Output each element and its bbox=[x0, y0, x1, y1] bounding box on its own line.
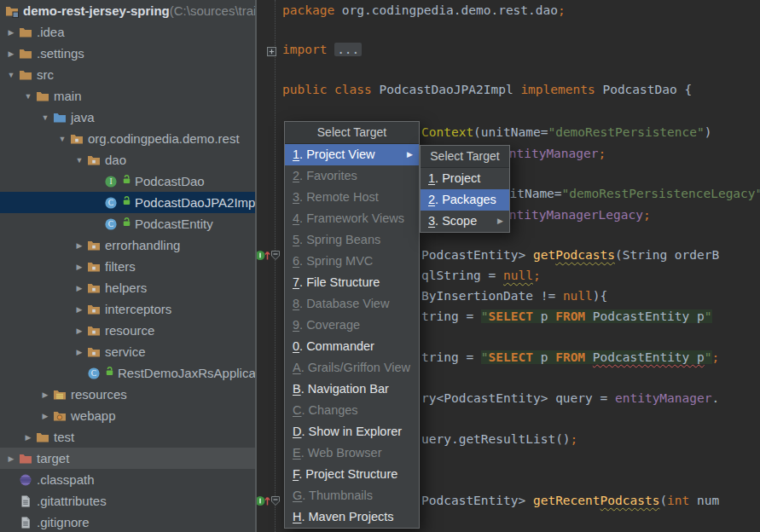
tree-item-label: interceptors bbox=[105, 302, 171, 316]
collapse-arrow-icon[interactable]: ▼ bbox=[55, 135, 70, 143]
tree-item-podcastdaojpa2impl[interactable]: CPodcastDaoJPA2Impl bbox=[0, 192, 255, 213]
menu-item-thumbnails: G. Thumbnails bbox=[285, 485, 419, 506]
tree-item-main[interactable]: ▼main bbox=[0, 85, 255, 107]
tree-item-test[interactable]: ▶test bbox=[0, 426, 255, 448]
tree-item-resources[interactable]: ▶resources bbox=[0, 384, 255, 405]
menu-item-commander[interactable]: 0. Commander bbox=[285, 336, 419, 357]
menu-item-grails-griffon-view: A. Grails/Griffon View bbox=[285, 357, 419, 379]
expand-arrow-icon[interactable]: ▶ bbox=[72, 348, 87, 356]
public-lock-icon bbox=[123, 172, 131, 187]
fold-collapse-icon[interactable] bbox=[270, 249, 281, 264]
tree-item-helpers[interactable]: ▶helpers bbox=[0, 277, 255, 298]
code-line: ByInsertionDate != null){ bbox=[421, 286, 607, 306]
folder-icon bbox=[19, 47, 32, 61]
code-line: unitName="demoRestPersistenceLegacy") bbox=[495, 183, 760, 204]
package-icon bbox=[87, 260, 101, 274]
tree-item-label: .gitignore bbox=[37, 515, 90, 529]
expand-arrow-icon[interactable]: ▶ bbox=[72, 263, 87, 271]
code-token: ; bbox=[712, 350, 720, 364]
menu-item-favorites: 2. Favorites bbox=[285, 165, 419, 187]
fold-collapse-icon[interactable] bbox=[270, 494, 281, 510]
implements-method-marker-icon[interactable] bbox=[257, 494, 271, 510]
tree-item-label: resources bbox=[71, 387, 127, 402]
menu-item-scope[interactable]: 3. Scope▶ bbox=[421, 211, 509, 232]
tree-item-webapp[interactable]: ▶webapp bbox=[0, 405, 255, 426]
package-icon bbox=[70, 132, 84, 146]
tree-item-errorhandling[interactable]: ▶errorhandling bbox=[0, 234, 255, 256]
menu-item-project[interactable]: 1. Project bbox=[421, 168, 509, 189]
tree-item-label: .settings bbox=[37, 46, 84, 61]
tree-item-java[interactable]: ▼java bbox=[0, 107, 255, 128]
code-token: ; bbox=[571, 432, 578, 446]
menu-item-remote-host: 3. Remote Host bbox=[285, 187, 419, 208]
package-icon bbox=[87, 303, 101, 316]
tree-item-dao[interactable]: ▼dao bbox=[0, 149, 255, 171]
fold-expand-icon[interactable] bbox=[267, 44, 276, 60]
tree-item-org-codingpedia-demo-rest[interactable]: ▼org.codingpedia.demo.rest bbox=[0, 128, 255, 149]
collapse-arrow-icon[interactable]: ▼ bbox=[38, 113, 53, 122]
package-icon bbox=[87, 239, 101, 252]
package-icon bbox=[87, 153, 101, 167]
expand-arrow-icon[interactable]: ▶ bbox=[38, 412, 53, 420]
code-token: null bbox=[563, 289, 593, 303]
code-token: null bbox=[503, 269, 533, 282]
expand-arrow-icon[interactable]: ▶ bbox=[3, 28, 19, 37]
package-icon bbox=[87, 345, 101, 359]
menu-item-show-in-explorer[interactable]: D. Show in Explorer bbox=[285, 421, 419, 442]
tree-item-resource[interactable]: ▶resource bbox=[0, 320, 255, 341]
code-token: ( bbox=[659, 494, 667, 507]
file-icon bbox=[19, 516, 32, 529]
menu-item-label: 1. Project View bbox=[293, 144, 374, 165]
code-token: SELECT bbox=[489, 350, 533, 364]
tree-item-classpath[interactable]: .classpath bbox=[0, 469, 255, 490]
tree-item-label: PodcastDaoJPA2Impl bbox=[135, 195, 255, 210]
tree-item-label: dao bbox=[105, 153, 126, 167]
public-lock-icon bbox=[123, 215, 131, 229]
expand-arrow-icon[interactable]: ▶ bbox=[72, 327, 87, 335]
submenu-title: Select Target bbox=[421, 146, 509, 168]
code-token bbox=[585, 350, 593, 364]
code-line: entityManager; bbox=[502, 143, 606, 164]
expand-arrow-icon[interactable]: ▶ bbox=[3, 49, 19, 58]
expand-arrow-icon[interactable]: ▶ bbox=[3, 454, 19, 463]
tree-item-gitattributes[interactable]: .gitattributes bbox=[0, 490, 255, 512]
tree-item-target[interactable]: ▶target bbox=[0, 448, 255, 469]
collapse-arrow-icon[interactable]: ▼ bbox=[3, 71, 19, 79]
menu-item-maven-projects[interactable]: H. Maven Projects bbox=[285, 506, 419, 528]
collapse-arrow-icon[interactable]: ▼ bbox=[72, 156, 87, 165]
folder-icon bbox=[19, 26, 32, 39]
expand-arrow-icon[interactable]: ▶ bbox=[72, 305, 87, 314]
expand-arrow-icon[interactable]: ▶ bbox=[72, 241, 87, 250]
menu-item-project-view[interactable]: 1. Project View▶ bbox=[285, 144, 419, 165]
code-token: "demoRestPersistence" bbox=[548, 125, 704, 139]
tree-item-src[interactable]: ▼src bbox=[0, 64, 255, 85]
tree-item-interceptors[interactable]: ▶interceptors bbox=[0, 298, 255, 320]
tree-item-settings[interactable]: ▶.settings bbox=[0, 43, 255, 64]
tree-item-label: helpers bbox=[105, 280, 147, 295]
tree-item-podcastdao[interactable]: IPodcastDao bbox=[0, 171, 255, 192]
expand-arrow-icon[interactable]: ▶ bbox=[38, 390, 53, 399]
code-token: PodcastEntity> bbox=[421, 494, 533, 507]
code-token: " bbox=[481, 350, 489, 364]
code-token: getRecent bbox=[533, 494, 600, 507]
tree-item-restdemojaxrsapplicati[interactable]: CRestDemoJaxRsApplicati bbox=[0, 362, 255, 384]
tree-item-idea[interactable]: ▶.idea bbox=[0, 21, 255, 43]
menu-item-navigation-bar[interactable]: B. Navigation Bar bbox=[285, 379, 419, 400]
tree-item-service[interactable]: ▶service bbox=[0, 341, 255, 362]
tree-item-filters[interactable]: ▶filters bbox=[0, 256, 255, 277]
menu-item-project-structure[interactable]: F. Project Structure bbox=[285, 464, 419, 485]
tree-item-label: service bbox=[105, 344, 146, 359]
folder-icon bbox=[19, 68, 32, 82]
tree-item-gitignore[interactable]: .gitignore bbox=[0, 512, 255, 532]
tree-item-podcastentity[interactable]: CPodcastEntity bbox=[0, 213, 255, 234]
code-token: ; bbox=[533, 269, 541, 282]
tree-item-demo-rest-jersey-spring[interactable]: demo-rest-jersey-spring (C:\sources\trai… bbox=[0, 0, 255, 21]
expand-arrow-icon[interactable]: ▶ bbox=[72, 284, 87, 292]
menu-item-label: D. Show in Explorer bbox=[293, 421, 402, 442]
implements-method-marker-icon[interactable] bbox=[257, 248, 271, 264]
menu-item-file-structure[interactable]: 7. File Structure bbox=[285, 272, 419, 293]
code-token: Context bbox=[421, 125, 473, 139]
expand-arrow-icon[interactable]: ▶ bbox=[20, 433, 36, 442]
collapse-arrow-icon[interactable]: ▼ bbox=[20, 92, 36, 101]
menu-item-packages[interactable]: 2. Packages bbox=[421, 189, 509, 211]
